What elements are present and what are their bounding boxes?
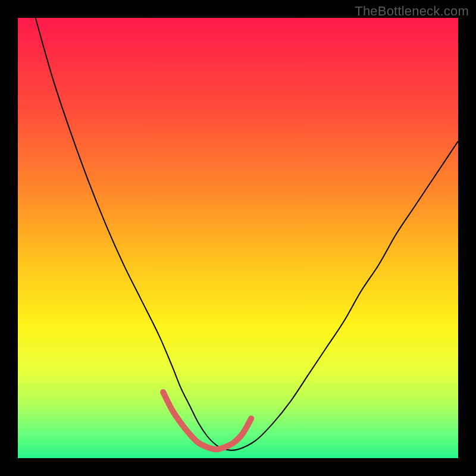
chart-background xyxy=(18,18,458,458)
plot-area xyxy=(18,18,458,458)
chart-container: TheBottleneck.com xyxy=(0,0,476,476)
watermark-text: TheBottleneck.com xyxy=(355,4,469,19)
chart-svg xyxy=(18,18,458,458)
